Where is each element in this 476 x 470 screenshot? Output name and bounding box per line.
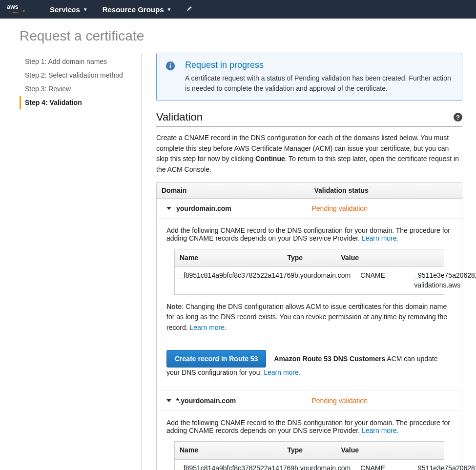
step-3[interactable]: Step 3: Review — [20, 82, 131, 96]
cname-col-type: Type — [283, 249, 336, 267]
nav-services-label: Services — [50, 5, 80, 14]
cname-col-name: Name — [175, 249, 283, 267]
domain-toggle[interactable]: *.yourdomain.com — [166, 397, 312, 405]
cname-table: Name Type Value _f8951c814a9bfcf8c378252… — [174, 249, 444, 295]
learn-more-link[interactable]: Learn more. — [189, 324, 226, 331]
add-cname-instruction: Add the following CNAME record to the DN… — [166, 419, 452, 434]
cname-col-type: Type — [283, 442, 336, 459]
nav-resource-groups-label: Resource Groups — [103, 5, 164, 14]
cname-type: CNAME — [355, 460, 409, 470]
section-title: Validation — [156, 111, 203, 123]
nav-services[interactable]: Services ▼ — [50, 5, 88, 14]
add-cname-instruction: Add the following CNAME record to the DN… — [166, 226, 452, 242]
info-text: A certificate request with a status of P… — [185, 73, 453, 94]
dns-note: Note: Changing the DNS configuration all… — [166, 302, 452, 333]
domain-row: *.yourdomain.com Pending validation — [157, 391, 462, 411]
learn-more-link[interactable]: Learn more. — [362, 234, 398, 242]
cname-col-value: Value — [336, 442, 444, 459]
section-description: Create a CNAME record in the DNS configu… — [156, 133, 462, 175]
domain-toggle[interactable]: yourdomain.com — [166, 204, 312, 212]
domain-row: yourdomain.com Pending validation — [157, 199, 462, 219]
aws-logo[interactable]: aws — [7, 3, 28, 16]
col-status: Validation status — [310, 183, 462, 198]
cname-value: _9511e3e75a206281b2fc9549b068861f.acm-va… — [409, 460, 476, 470]
pin-icon[interactable] — [186, 5, 193, 14]
caret-down-icon — [166, 399, 171, 402]
domain-name: *.yourdomain.com — [176, 397, 236, 405]
nav-resource-groups[interactable]: Resource Groups ▼ — [103, 5, 172, 14]
cname-table: Name Type Value _f8951c814a9bfcf8c378252… — [174, 441, 444, 470]
chevron-down-icon: ▼ — [83, 7, 88, 12]
chevron-down-icon: ▼ — [167, 7, 172, 12]
caret-down-icon — [166, 207, 171, 210]
learn-more-link[interactable]: Learn more. — [362, 427, 398, 434]
step-4[interactable]: Step 4: Validation — [20, 96, 131, 109]
cname-name: _f8951c814a9bfcf8c3782522a141769b.yourdo… — [175, 267, 355, 294]
domain-status: Pending validation — [312, 397, 457, 405]
learn-more-link[interactable]: Learn more. — [264, 368, 300, 376]
help-icon[interactable]: ? — [454, 113, 462, 122]
steps-sidebar: Step 1: Add domain names Step 2: Select … — [20, 53, 142, 470]
cname-col-name: Name — [175, 442, 283, 459]
domain-details: Add the following CNAME record to the DN… — [157, 219, 462, 391]
page-title: Request a certificate — [20, 28, 462, 44]
domain-name: yourdomain.com — [176, 204, 231, 212]
svg-text:aws: aws — [7, 3, 18, 10]
svg-point-3 — [170, 63, 171, 65]
step-1[interactable]: Step 1: Add domain names — [20, 55, 131, 68]
info-box: Request in progress A certificate reques… — [156, 53, 462, 101]
cname-value: _9511e3e75a206281b2fc9549b068861f.acm-va… — [409, 267, 476, 294]
info-title: Request in progress — [185, 60, 453, 70]
cname-col-value: Value — [336, 249, 444, 267]
domain-status: Pending validation — [312, 204, 457, 212]
svg-rect-2 — [170, 65, 171, 68]
aws-top-nav: aws Services ▼ Resource Groups ▼ — [0, 0, 476, 19]
create-route53-button[interactable]: Create record in Route 53 — [166, 350, 266, 368]
step-2[interactable]: Step 2: Select validation method — [20, 68, 131, 82]
domain-details: Add the following CNAME record to the DN… — [157, 411, 462, 470]
cname-name: _f8951c814a9bfcf8c3782522a141769b.yourdo… — [175, 460, 355, 470]
info-icon — [166, 60, 175, 94]
cname-type: CNAME — [355, 267, 409, 294]
col-domain: Domain — [157, 183, 310, 198]
domain-table: Domain Validation status yourdomain.com … — [156, 182, 462, 470]
